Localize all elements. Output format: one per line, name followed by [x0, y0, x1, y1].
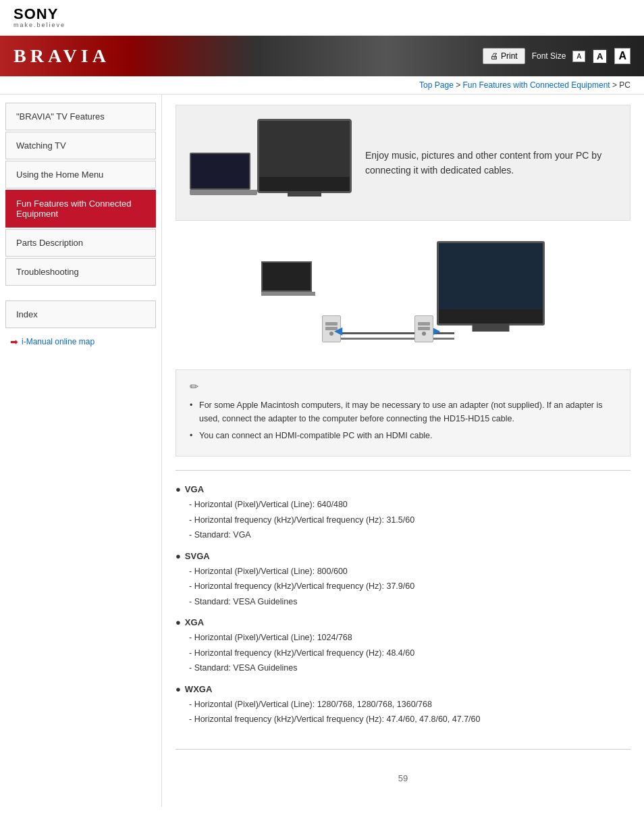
page-number: 59	[176, 760, 630, 797]
print-button[interactable]: 🖨 Print	[483, 48, 525, 64]
note-1-text: For some Apple Macintosh computers, it m…	[199, 398, 616, 425]
top-header: SONY make.believe	[0, 0, 644, 36]
spec-bullet: ●	[176, 684, 181, 694]
diag-laptop-screen	[261, 261, 312, 292]
print-icon: 🖨	[490, 51, 498, 61]
laptop-screen-inner	[191, 154, 249, 188]
spec-item: - Standard: VESA Guidelines	[189, 660, 630, 676]
content-area: Enjoy music, pictures and other content …	[162, 95, 644, 807]
note-1: • For some Apple Macintosh computers, it…	[190, 398, 616, 425]
specs-section: ● VGA- Horizontal (Pixel)/Vertical (Line…	[176, 481, 630, 739]
imanual-link[interactable]: ➡ i-Manual online map	[0, 330, 161, 354]
spec-sub-vga: - Horizontal (Pixel)/Vertical (Line): 64…	[176, 497, 630, 543]
print-label: Print	[501, 51, 518, 61]
diag-laptop	[261, 261, 315, 302]
laptop-base	[190, 190, 257, 195]
spec-bullet: ●	[176, 484, 181, 494]
imanual-link-label: i-Manual online map	[22, 337, 95, 346]
port-4	[418, 327, 430, 330]
notes-box: ✏ • For some Apple Macintosh computers, …	[176, 369, 630, 457]
spec-bullet: ●	[176, 551, 181, 561]
diag-tv-stand	[473, 323, 510, 332]
sidebar-item-home-menu[interactable]: Using the Home Menu	[5, 161, 156, 188]
spec-group-svga: ● SVGA- Horizontal (Pixel)/Vertical (Lin…	[176, 551, 630, 610]
tv-stand	[288, 191, 321, 197]
font-small-button[interactable]: A	[572, 51, 585, 62]
breadcrumb-sep2: >	[612, 80, 619, 90]
sidebar-item-troubleshooting[interactable]: Troubleshooting	[5, 258, 156, 286]
diag-tv-screen	[439, 243, 543, 309]
separator	[176, 470, 630, 471]
diagram-container: ◀ ▶	[261, 241, 545, 349]
spec-item: - Horizontal frequency (kHz)/Vertical fr…	[189, 579, 630, 594]
connection-diagram: ◀ ▶	[176, 234, 630, 356]
connector-right	[414, 315, 433, 342]
sidebar: "BRAVIA" TV Features Watching TV Using t…	[0, 95, 162, 807]
sidebar-item-parts-desc[interactable]: Parts Description	[5, 229, 156, 257]
pc-description-text: Enjoy music, pictures and other content …	[365, 148, 616, 178]
note-2-text: You can connect an HDMI-compatible PC wi…	[199, 429, 433, 442]
spec-heading-vga: ● VGA	[176, 484, 630, 494]
spec-group-vga: ● VGA- Horizontal (Pixel)/Vertical (Line…	[176, 484, 630, 543]
port-3	[418, 322, 430, 325]
spec-sub-wxga: - Horizontal (Pixel)/Vertical (Line): 12…	[176, 697, 630, 727]
arrow-icon: ➡	[10, 336, 18, 347]
cable-bottom	[341, 338, 454, 340]
main-layout: "BRAVIA" TV Features Watching TV Using t…	[0, 95, 644, 807]
laptop-screen	[190, 153, 250, 190]
sidebar-item-watching-tv[interactable]: Watching TV	[5, 132, 156, 159]
spec-item: - Standard: VESA Guidelines	[189, 594, 630, 610]
font-size-label: Font Size	[532, 51, 566, 61]
spec-item: - Horizontal frequency (kHz)/Vertical fr…	[189, 513, 630, 528]
spec-item: - Horizontal frequency (kHz)/Vertical fr…	[189, 646, 630, 661]
font-large-button[interactable]: A	[614, 48, 630, 64]
spec-heading-svga: ● SVGA	[176, 551, 630, 561]
bravia-banner: BRAVIA 🖨 Print Font Size A A A	[0, 36, 644, 76]
tv-screen	[259, 121, 350, 177]
note-2: • You can connect an HDMI-compatible PC …	[190, 429, 616, 442]
notes-icon: ✏	[190, 380, 616, 393]
spec-bullet: ●	[176, 617, 181, 627]
spec-item: - Horizontal (Pixel)/Vertical (Line): 80…	[189, 564, 630, 579]
breadcrumb: Top Page > Fun Features with Connected E…	[0, 76, 644, 95]
spec-item: - Horizontal (Pixel)/Vertical (Line): 12…	[189, 697, 630, 712]
breadcrumb-current: PC	[619, 80, 630, 90]
bravia-title: BRAVIA	[14, 45, 110, 67]
spec-group-xga: ● XGA- Horizontal (Pixel)/Vertical (Line…	[176, 617, 630, 676]
font-medium-button[interactable]: A	[592, 49, 608, 64]
arrow-left-icon: ◀	[334, 324, 342, 337]
note-bullet-2: •	[190, 429, 195, 442]
spec-item: - Horizontal (Pixel)/Vertical (Line): 10…	[189, 630, 630, 646]
sony-logo: SONY	[14, 7, 630, 22]
spec-heading-wxga: ● WXGA	[176, 684, 630, 694]
tv-image	[257, 119, 352, 193]
sony-tagline: make.believe	[14, 22, 630, 28]
pc-description-box: Enjoy music, pictures and other content …	[176, 105, 630, 221]
breadcrumb-sep1: >	[456, 80, 462, 90]
pc-tv-illustration	[190, 119, 352, 207]
spec-item: - Horizontal (Pixel)/Vertical (Line): 64…	[189, 497, 630, 513]
spec-item: - Horizontal frequency (kHz)/Vertical fr…	[189, 712, 630, 727]
sidebar-item-index[interactable]: Index	[5, 301, 156, 328]
diag-laptop-base	[261, 292, 315, 296]
sidebar-item-bravia-features[interactable]: "BRAVIA" TV Features	[5, 103, 156, 130]
spec-heading-xga: ● XGA	[176, 617, 630, 627]
spec-item: - Standard: VGA	[189, 527, 630, 543]
breadcrumb-top-page[interactable]: Top Page	[419, 80, 454, 90]
banner-controls: 🖨 Print Font Size A A A	[483, 48, 630, 64]
spec-sub-xga: - Horizontal (Pixel)/Vertical (Line): 10…	[176, 630, 630, 676]
spec-group-wxga: ● WXGA- Horizontal (Pixel)/Vertical (Lin…	[176, 684, 630, 727]
breadcrumb-fun-features[interactable]: Fun Features with Connected Equipment	[463, 80, 610, 90]
laptop-image	[190, 153, 257, 200]
note-bullet-1: •	[190, 398, 195, 425]
diag-tv	[437, 241, 545, 325]
sidebar-item-fun-features[interactable]: Fun Features with Connected Equipment	[5, 190, 156, 228]
spec-sub-svga: - Horizontal (Pixel)/Vertical (Line): 80…	[176, 564, 630, 610]
separator-bottom	[176, 749, 630, 750]
